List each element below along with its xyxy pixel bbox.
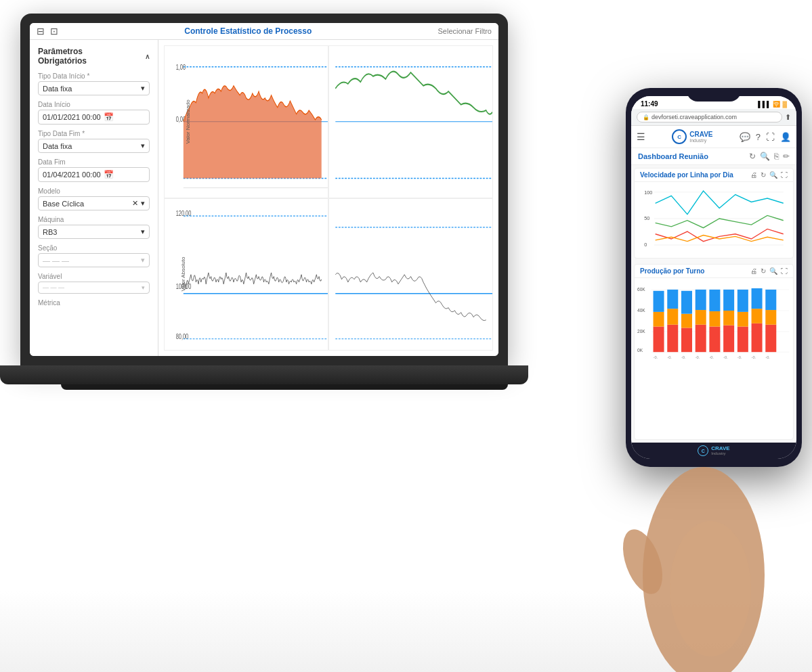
label-tipo-data-inicio: Tipo Data Início * xyxy=(38,72,150,80)
y-label-bottom-left: Valor Absoluto xyxy=(180,257,186,292)
collapse-icon[interactable]: ∧ xyxy=(145,53,150,60)
svg-rect-45 xyxy=(709,311,720,327)
svg-rect-53 xyxy=(752,323,763,352)
select-secao[interactable]: — — —▾ xyxy=(38,253,150,267)
signal-icon: ▌▌▌ xyxy=(758,101,771,108)
svg-rect-58 xyxy=(765,290,776,310)
select-tipo-data-inicio[interactable]: Data fixa▾ xyxy=(38,81,150,95)
copy-icon[interactable]: ⎘ xyxy=(774,152,779,161)
wifi-icon: 🛜 xyxy=(773,101,780,108)
label-variavel: Variável xyxy=(38,273,150,280)
phone-chart1-header: Velocidade por Linha por Dia 🖨 ↻ 🔍 ⛶ xyxy=(635,169,793,182)
hand-area xyxy=(595,440,812,672)
svg-text:-0.: -0. xyxy=(765,355,770,359)
phone-bar-chart: 60K 40K 20K 0K xyxy=(635,278,793,367)
image-icon[interactable]: ⊡ xyxy=(50,26,58,37)
chart-top-left: Valor Normalizado 1,00 0,00 xyxy=(164,45,328,198)
svg-text:-0.: -0. xyxy=(667,355,672,359)
svg-point-70 xyxy=(670,521,751,656)
svg-text:50: 50 xyxy=(644,215,649,221)
print-icon[interactable]: 🖨 xyxy=(750,171,757,179)
svg-rect-44 xyxy=(709,327,720,353)
svg-text:40K: 40K xyxy=(637,308,645,313)
label-data-inicio: Data Início xyxy=(38,101,150,108)
topbar-icons: ⊟ ⊡ xyxy=(37,26,58,37)
fullscreen-icon[interactable]: ⛶ xyxy=(781,171,788,179)
input-data-inicio[interactable]: 01/01/2021 00:00📅 xyxy=(38,110,150,125)
field-tipo-data-inicio: Tipo Data Início * Data fixa▾ xyxy=(38,72,150,95)
select-maquina[interactable]: RB3▾ xyxy=(38,225,150,239)
zoom-icon[interactable]: 🔍 xyxy=(769,171,777,179)
logo-text-block: CRAVE Industry xyxy=(689,131,712,143)
chart-area: Valor Normalizado 1,00 0,00 xyxy=(158,40,498,356)
hamburger-icon[interactable]: ☰ xyxy=(637,131,645,142)
refresh2-icon[interactable]: ↻ xyxy=(761,171,766,179)
expand-icon[interactable]: ⛶ xyxy=(766,132,775,142)
y-label-top-left: Valor Normalizado xyxy=(185,99,191,143)
sidebar-header: ParâmetrosObrigatórios ∧ xyxy=(38,47,150,66)
refresh-icon[interactable]: ↻ xyxy=(749,152,756,161)
input-data-fim[interactable]: 01/04/2021 00:00📅 xyxy=(38,167,150,182)
svg-text:-0.: -0. xyxy=(738,355,742,359)
svg-rect-40 xyxy=(681,291,692,314)
svg-rect-41 xyxy=(696,325,706,352)
svg-rect-43 xyxy=(696,290,706,310)
svg-rect-49 xyxy=(723,290,734,311)
screen-content: ParâmetrosObrigatórios ∧ Tipo Data Iníci… xyxy=(30,40,498,356)
svg-rect-57 xyxy=(765,310,776,325)
zoom2-icon[interactable]: 🔍 xyxy=(769,267,777,275)
phone-screen: 11:49 ▌▌▌ 🛜 ▓ 🔒 devforseti.craveapplicat… xyxy=(631,96,796,459)
grid-icon[interactable]: ⊟ xyxy=(37,26,45,37)
svg-rect-39 xyxy=(681,314,692,328)
field-tipo-data-fim: Tipo Data Fim * Data fixa▾ xyxy=(38,130,150,153)
svg-text:60K: 60K xyxy=(637,287,645,292)
share-icon[interactable]: ⬆ xyxy=(785,113,791,122)
svg-text:80,00: 80,00 xyxy=(176,332,189,340)
dashboard-title: Dashboard Reunião xyxy=(638,152,708,160)
laptop-body: ⊟ ⊡ Controle Estatístico de Processo Sel… xyxy=(20,14,508,365)
select-modelo[interactable]: Base Cíclica✕▾ xyxy=(38,196,150,210)
search-icon[interactable]: 🔍 xyxy=(760,152,770,161)
phone-chart2-header: Produção por Turno 🖨 ↻ 🔍 ⛶ xyxy=(635,265,793,278)
label-metrica: Métrica xyxy=(38,299,150,307)
phone-url-bar[interactable]: 🔒 devforseti.craveapplication.com xyxy=(637,112,782,122)
label-maquina: Máquina xyxy=(38,216,150,223)
lock-icon: 🔒 xyxy=(643,114,649,120)
help-icon[interactable]: ? xyxy=(756,132,761,142)
refresh3-icon[interactable]: ↻ xyxy=(761,267,766,275)
battery-icon: ▓ xyxy=(782,101,787,108)
svg-bottom-right xyxy=(329,199,492,351)
svg-text:0K: 0K xyxy=(637,348,643,353)
svg-rect-42 xyxy=(696,310,706,325)
fullscreen2-icon[interactable]: ⛶ xyxy=(781,267,788,275)
phone-logo: C CRAVE Industry xyxy=(672,129,712,144)
select-tipo-data-fim[interactable]: Data fixa▾ xyxy=(38,139,150,153)
phone-time: 11:49 xyxy=(641,100,658,108)
svg-text:0: 0 xyxy=(644,242,647,248)
laptop-base xyxy=(0,365,528,384)
svg-rect-32 xyxy=(654,327,664,353)
edit-icon[interactable]: ✏ xyxy=(783,152,790,161)
phone-status-icons: ▌▌▌ 🛜 ▓ xyxy=(758,101,787,108)
svg-rect-48 xyxy=(723,311,734,326)
chart1-icons: 🖨 ↻ 🔍 ⛶ xyxy=(750,171,788,179)
hand-svg xyxy=(595,440,812,672)
chat-icon[interactable]: 💬 xyxy=(740,132,750,142)
phone-chart2: Produção por Turno 🖨 ↻ 🔍 ⛶ 60K 40K 20K xyxy=(634,264,794,440)
svg-rect-34 xyxy=(654,291,664,312)
phone-line-chart: 100 50 0 xyxy=(635,182,793,258)
field-data-fim: Data Fim 01/04/2021 00:00📅 xyxy=(38,158,150,182)
print2-icon[interactable]: 🖨 xyxy=(750,267,757,275)
logo-circle: C xyxy=(672,129,687,144)
phone-notch xyxy=(687,88,741,102)
label-tipo-data-fim: Tipo Data Fim * xyxy=(38,130,150,137)
screen-title: Controle Estatístico de Processo xyxy=(184,26,312,36)
label-secao: Seção xyxy=(38,244,150,252)
select-variavel[interactable]: — — —▾ xyxy=(38,282,150,294)
profile-icon[interactable]: 👤 xyxy=(780,132,791,142)
field-metrica: Métrica xyxy=(38,299,150,307)
filter-label[interactable]: Selecionar Filtro xyxy=(438,27,492,35)
chart1-title: Velocidade por Linha por Dia xyxy=(640,171,733,179)
line-chart-svg: 100 50 0 xyxy=(637,185,790,252)
sidebar: ParâmetrosObrigatórios ∧ Tipo Data Iníci… xyxy=(30,40,158,356)
